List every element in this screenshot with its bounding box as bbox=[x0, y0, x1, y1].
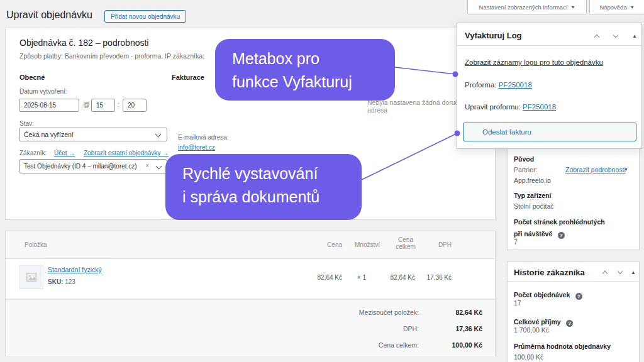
grand-total-value: 100,00 Kč bbox=[419, 341, 482, 349]
proforma-number-link[interactable]: PF250018 bbox=[499, 81, 532, 89]
product-thumbnail bbox=[19, 265, 43, 289]
revenue-row: Celkové příjmy ? bbox=[514, 315, 573, 327]
grand-total-label: Cena celkem: bbox=[271, 341, 419, 349]
screen-options-tab[interactable]: Nastavení zobrazených informací ▼ bbox=[467, 0, 587, 14]
proforma-row: Proforma: PF250018 bbox=[465, 81, 532, 89]
device-type-title: Typ zařízení bbox=[514, 192, 551, 199]
avg-order-label: Průměrná hodnota objednávky bbox=[514, 343, 611, 350]
orders-count-label: Počet objednávek bbox=[514, 291, 570, 299]
orders-count-row: Počet objednávek ? bbox=[514, 288, 582, 300]
vyfakturuj-log-metabox: Vyfakturuj Log ▲ Zobrazit záznamy logu p… bbox=[457, 23, 642, 149]
time-colon: : bbox=[118, 101, 119, 108]
table-row: Standardní fyzický SKU: 123 82,64 Kč × 1… bbox=[6, 259, 495, 299]
image-placeholder-icon bbox=[26, 272, 37, 283]
product-name-link[interactable]: Standardní fyzický bbox=[48, 266, 102, 273]
device-type-value: Stolní počítač bbox=[514, 202, 554, 210]
payment-method-line: Způsob platby: Bankovním převodem - prof… bbox=[19, 52, 231, 60]
divider bbox=[508, 281, 639, 282]
help-tab[interactable]: Nápověda ▼ bbox=[589, 0, 644, 14]
callout-documents-line1: Rychlé vystavování bbox=[182, 162, 362, 185]
order-down-icon[interactable] bbox=[618, 269, 623, 274]
dropdown-arrow-icon: ▼ bbox=[571, 5, 575, 9]
toggle-panel-icon[interactable]: ▲ bbox=[632, 33, 637, 39]
view-log-link[interactable]: Zobrazit záznamy logu pro tuto objednávk… bbox=[465, 58, 603, 66]
remove-x-icon[interactable]: × bbox=[145, 162, 149, 169]
partner-details-link[interactable]: Zobrazit podrobnosti bbox=[565, 166, 626, 173]
chevron-down-icon bbox=[155, 131, 162, 138]
subtotal-value: 82,64 Kč bbox=[419, 309, 482, 316]
history-title: Historie zákazníka bbox=[514, 268, 585, 277]
general-section-title: Obecné bbox=[19, 74, 45, 81]
pages-viewed-title-line1: Počet stránek prohlédnutých bbox=[514, 218, 605, 226]
order-totals: Mezisoučet položek: 82,64 Kč DPH: 17,36 … bbox=[6, 299, 495, 356]
status-value: Čeká na vyřízení bbox=[24, 131, 74, 138]
items-table-header: Položka Cena Množství Cena celkem DPH bbox=[6, 231, 495, 259]
page-title: Upravit objednávku bbox=[6, 9, 92, 21]
row-qty: × 1 bbox=[315, 274, 366, 281]
proforma-label: Proforma: bbox=[465, 81, 497, 89]
customer-label: Zákazník: bbox=[19, 150, 47, 156]
status-select[interactable]: Čeká na vyřízení bbox=[19, 128, 167, 141]
tax-label: DPH: bbox=[271, 325, 419, 332]
billing-section-title: Fakturace bbox=[172, 74, 204, 81]
dropdown-arrow-icon[interactable]: ▼ bbox=[624, 167, 628, 172]
order-heading: Objednávka č. 182 – podrobnosti bbox=[19, 38, 148, 48]
pages-viewed-title-line2-row: při návštěvě ? bbox=[514, 228, 565, 239]
billing-email-label: E-mailová adresa: bbox=[178, 134, 229, 141]
column-tax: DPH bbox=[403, 241, 452, 248]
minute-input[interactable]: 20 bbox=[123, 99, 147, 112]
revenue-label: Celkové příjmy bbox=[514, 318, 561, 326]
help-icon[interactable]: ? bbox=[566, 320, 573, 327]
add-new-order-button[interactable]: Přidat novou objednávku bbox=[104, 10, 186, 23]
revenue-value: 1 700,00 Kč bbox=[514, 326, 549, 334]
callout-metabox: Metabox pro funkce Vyfakturuj bbox=[215, 39, 395, 101]
at-sign: @ bbox=[83, 101, 89, 108]
edit-proforma-label: Upravit proformu: bbox=[465, 103, 521, 111]
column-item: Položka bbox=[25, 241, 47, 248]
edit-proforma-number-link[interactable]: PF250018 bbox=[523, 103, 556, 111]
help-icon[interactable]: ? bbox=[575, 293, 582, 300]
row-tax: 17,36 Kč bbox=[403, 274, 452, 281]
status-label: Stav: bbox=[19, 120, 34, 127]
dropdown-arrow-icon: ▼ bbox=[630, 5, 635, 9]
order-down-icon[interactable] bbox=[613, 33, 618, 38]
send-invoice-button[interactable]: Odeslat fakturu bbox=[463, 123, 636, 141]
avg-order-value: 100,00 Kč bbox=[514, 353, 543, 361]
customer-history-card: Historie zákazníka ▲ Počet objednávek ? … bbox=[507, 261, 640, 362]
vyfakturuj-title: Vyfakturuj Log bbox=[465, 31, 522, 40]
order-items-card: Položka Cena Množství Cena celkem DPH St… bbox=[5, 231, 496, 356]
partner-value: App.freelo.io bbox=[514, 177, 551, 184]
customer-account-link[interactable]: Účet → bbox=[54, 150, 75, 156]
help-icon[interactable]: ? bbox=[558, 232, 565, 239]
origin-title: Původ bbox=[514, 155, 534, 163]
order-up-icon[interactable] bbox=[602, 271, 608, 276]
help-tab-label: Nápověda bbox=[599, 4, 626, 11]
callout-documents: Rychlé vystavování i správa dokumentů bbox=[165, 154, 362, 220]
column-qty: Množství bbox=[329, 241, 380, 248]
screen-options-label: Nastavení zobrazených informací bbox=[479, 4, 568, 11]
callout-documents-line2: i správa dokumentů bbox=[182, 185, 362, 209]
date-created-label: Datum vytvoření: bbox=[19, 88, 67, 95]
callout-metabox-line1: Metabox pro bbox=[232, 47, 395, 70]
order-up-icon[interactable] bbox=[594, 35, 599, 40]
hour-input[interactable]: 15 bbox=[91, 99, 115, 112]
pages-viewed-title-line2: při návštěvě bbox=[514, 230, 552, 238]
edit-proforma-row: Upravit proformu: PF250018 bbox=[465, 103, 556, 111]
partner-label: Partner: bbox=[514, 166, 537, 173]
toggle-panel-icon[interactable]: ▲ bbox=[631, 270, 636, 275]
orders-count-value: 17 bbox=[514, 299, 521, 307]
divider bbox=[457, 45, 641, 46]
product-sku: SKU: 123 bbox=[48, 278, 75, 285]
billing-email-link[interactable]: info@toret.cz bbox=[178, 144, 215, 151]
order-edit-page: Upravit objednávku Přidat novou objednáv… bbox=[0, 0, 644, 362]
date-input[interactable]: 2025-08-15 bbox=[19, 99, 79, 112]
customer-value: Test Objednávky (ID 4 – milan@toret.cz) bbox=[24, 163, 137, 170]
tax-value: 17,36 Kč bbox=[419, 325, 482, 332]
customer-select[interactable]: Test Objednávky (ID 4 – milan@toret.cz) … bbox=[19, 159, 167, 173]
callout-metabox-line2: funkce Vyfakturuj bbox=[232, 70, 395, 94]
sku-label: SKU: bbox=[48, 278, 63, 285]
other-orders-link[interactable]: Zobrazit ostatní objednávky → bbox=[84, 150, 169, 156]
pages-viewed-value: 7 bbox=[514, 238, 518, 246]
chevron-down-icon bbox=[156, 163, 162, 170]
sku-value: 123 bbox=[65, 278, 75, 285]
